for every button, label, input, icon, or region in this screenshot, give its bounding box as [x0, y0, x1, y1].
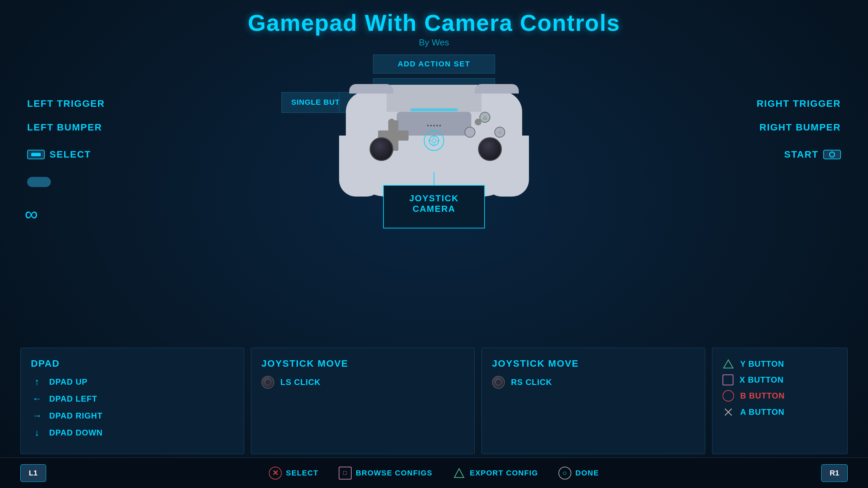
start-button-icon	[823, 150, 841, 159]
dpad-panel: DPAD ↑ DPAD UP ← DPAD LEFT → DPAD RIGHT …	[20, 348, 244, 454]
select-button-icon	[27, 150, 45, 159]
speaker-dot	[439, 125, 441, 126]
circle-button[interactable]: ○	[494, 127, 505, 138]
select-label: SELECT	[50, 149, 91, 160]
svg-point-1	[432, 139, 436, 143]
svg-marker-6	[724, 360, 733, 368]
share-button[interactable]	[388, 119, 395, 125]
nav-browse-label: BROWSE CONFIGS	[356, 469, 432, 477]
page-subtitle: By Wes	[0, 37, 868, 48]
speaker-dot	[433, 125, 435, 126]
x-button-label: X BUTTON	[739, 375, 784, 385]
dpad-down-label: DPAD DOWN	[49, 428, 103, 438]
nav-export-config[interactable]: EXPORT CONFIG	[453, 467, 538, 480]
a-button-row[interactable]: A BUTTON	[723, 406, 837, 418]
nav-browse-configs[interactable]: □ BROWSE CONFIGS	[339, 467, 432, 480]
circle-btn-icon	[723, 390, 734, 402]
left-trigger-label[interactable]: LEFT TRIGGER	[27, 98, 105, 109]
joystick-right-panel: JOYSTICK MOVE RS CLICK	[481, 348, 705, 454]
controller-center-bar	[387, 85, 481, 112]
y-button-row[interactable]: Y BUTTON	[723, 358, 837, 370]
ls-circle-inner	[265, 379, 271, 385]
dpad-left-row[interactable]: ← DPAD LEFT	[31, 393, 234, 405]
options-button[interactable]	[475, 119, 481, 125]
right-bumper-label[interactable]: RIGHT BUMPER	[760, 122, 841, 133]
triangle-nav-icon	[453, 467, 466, 480]
dpad-right-label: DPAD RIGHT	[49, 411, 103, 421]
nav-export-label: EXPORT CONFIG	[470, 469, 538, 477]
b-button-label: B BUTTON	[740, 391, 785, 401]
oval-indicator	[27, 177, 51, 187]
start-label: START	[784, 149, 818, 160]
page-wrapper: Gamepad With Camera Controls By Wes ADD …	[0, 0, 868, 488]
right-trigger-label[interactable]: RIGHT TRIGGER	[757, 98, 841, 109]
arrow-right-icon: →	[31, 410, 43, 422]
dpad-left-label: DPAD LEFT	[49, 394, 97, 404]
controller-bumper-right[interactable]	[475, 84, 519, 94]
rs-circle-icon	[492, 376, 505, 389]
bottom-panels: DPAD ↑ DPAD UP ← DPAD LEFT → DPAD RIGHT …	[20, 348, 848, 454]
b-button-row[interactable]: B BUTTON	[723, 390, 837, 402]
x-button-row[interactable]: X BUTTON	[723, 374, 837, 385]
joystick-left-panel-title: JOYSTICK MOVE	[261, 358, 464, 369]
y-button-label: Y BUTTON	[740, 359, 784, 369]
rs-circle-inner	[495, 379, 501, 385]
center-target-highlight[interactable]	[424, 130, 444, 151]
speaker-dot	[427, 125, 429, 126]
select-area[interactable]: SELECT	[27, 149, 91, 160]
nav-done-label: DONE	[575, 469, 599, 477]
arrow-left-icon: ←	[31, 393, 43, 405]
nav-done[interactable]: ○ DONE	[558, 467, 599, 480]
left-joystick[interactable]	[370, 137, 393, 161]
joystick-camera-tooltip[interactable]: JOYSTICK CAMERA	[383, 185, 485, 228]
speaker-dots	[427, 125, 441, 126]
nav-select-label: SELECT	[286, 469, 318, 477]
start-inner	[829, 151, 835, 158]
left-bumper-label[interactable]: LEFT BUMPER	[27, 122, 102, 133]
controller-lightbar	[410, 108, 458, 111]
header: Gamepad With Camera Controls By Wes	[0, 0, 868, 48]
joystick-camera-label: JOYSTICK CAMERA	[391, 193, 477, 214]
dpad-down-row[interactable]: ↓ DPAD DOWN	[31, 427, 234, 439]
infinity-icon: ∞	[25, 205, 38, 223]
target-icon	[427, 134, 441, 147]
dpad-up-label: DPAD UP	[49, 377, 87, 387]
page-title: Gamepad With Camera Controls	[0, 9, 868, 36]
rs-click-label: RS CLICK	[511, 378, 552, 387]
controller-bumper-left[interactable]	[349, 84, 393, 94]
arrow-down-icon: ↓	[31, 427, 43, 439]
circle-nav-icon: ○	[558, 467, 571, 480]
ls-click-row[interactable]: LS CLICK	[261, 376, 464, 389]
cross-btn-icon	[723, 406, 734, 418]
svg-marker-9	[454, 469, 464, 477]
r1-button[interactable]: R1	[821, 464, 848, 482]
ls-click-label: LS CLICK	[280, 378, 321, 387]
joystick-left-panel: JOYSTICK MOVE LS CLICK	[251, 348, 475, 454]
right-joystick[interactable]	[478, 137, 502, 161]
triangle-btn-icon	[723, 358, 734, 370]
square-btn-icon	[723, 374, 733, 385]
dpad-up-row[interactable]: ↑ DPAD UP	[31, 376, 234, 388]
dpad-panel-title: DPAD	[31, 358, 234, 369]
face-buttons-panel: Y BUTTON X BUTTON B BUTTON A	[712, 348, 848, 454]
square-nav-icon: □	[339, 467, 352, 480]
select-inner	[31, 153, 41, 156]
nav-select[interactable]: ✕ SELECT	[269, 467, 318, 480]
arrow-up-icon: ↑	[31, 376, 43, 388]
l1-button[interactable]: L1	[20, 464, 46, 482]
x-nav-icon: ✕	[269, 467, 282, 480]
connector-line	[434, 172, 434, 186]
rs-click-row[interactable]: RS CLICK	[492, 376, 695, 389]
speaker-dot	[436, 125, 438, 126]
add-action-set-button[interactable]: ADD ACTION SET	[373, 55, 495, 74]
square-button[interactable]: □	[465, 127, 475, 138]
speaker-dot	[430, 125, 432, 126]
ls-circle-icon	[261, 376, 274, 389]
dpad-right-row[interactable]: → DPAD RIGHT	[31, 410, 234, 422]
bottom-nav: L1 ✕ SELECT □ BROWSE CONFIGS EXPORT CONF…	[0, 458, 868, 488]
joystick-right-panel-title: JOYSTICK MOVE	[492, 358, 695, 369]
a-button-label: A BUTTON	[740, 407, 785, 417]
start-area[interactable]: START	[784, 149, 841, 160]
